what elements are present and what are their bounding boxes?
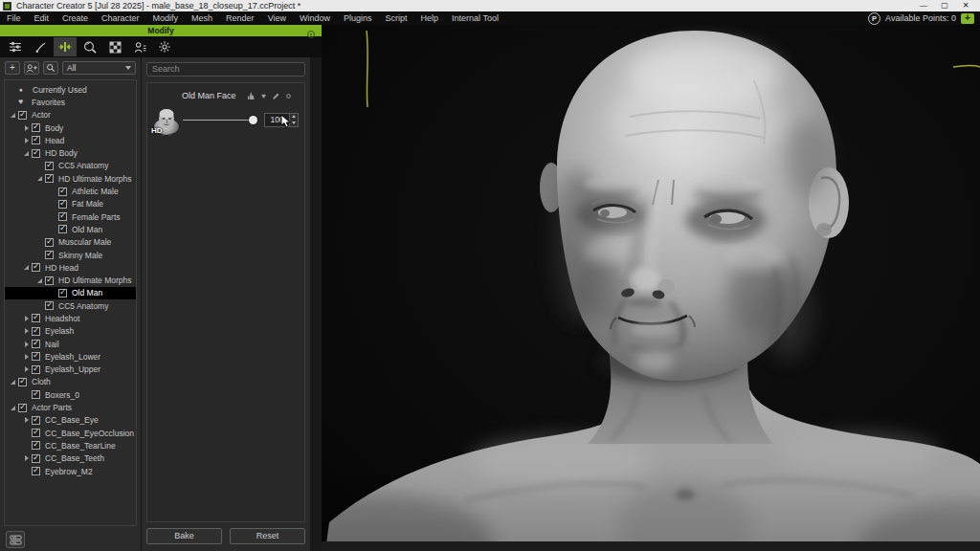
expand-arrow-icon[interactable]	[9, 111, 18, 120]
tree-item-actor-parts[interactable]: Actor Parts	[5, 401, 136, 413]
visibility-checkbox[interactable]	[58, 289, 67, 298]
tree-item-cc-base-eye[interactable]: CC_Base_Eye	[5, 414, 136, 427]
search-input[interactable]	[146, 62, 305, 77]
search-filter-icon[interactable]	[43, 61, 58, 75]
visibility-checkbox[interactable]	[32, 314, 40, 322]
adjust-sliders-icon[interactable]	[4, 37, 27, 56]
edit-pose-icon[interactable]	[29, 37, 52, 56]
menu-create[interactable]: Create	[56, 11, 95, 25]
edit-pencil-icon[interactable]	[272, 92, 280, 100]
visibility-checkbox[interactable]	[32, 454, 40, 463]
visibility-checkbox[interactable]	[32, 340, 40, 348]
tree-item-female-parts[interactable]: Female Parts	[5, 210, 136, 223]
tree-item-hd-ultimate-morphs[interactable]: HD Ultimate Morphs	[5, 274, 136, 286]
close-button[interactable]: ✕	[955, 0, 976, 11]
visibility-checkbox[interactable]	[45, 162, 54, 170]
tree-item-actor[interactable]: Actor	[5, 109, 136, 121]
expand-arrow-icon[interactable]	[22, 123, 32, 132]
maximize-button[interactable]: ▢	[934, 0, 955, 11]
modify-tab[interactable]: Modify	[0, 25, 322, 36]
visibility-checkbox[interactable]	[58, 212, 67, 221]
tree-item-hd-ultimate-morphs[interactable]: HD Ultimate Morphs	[5, 172, 136, 185]
menu-file[interactable]: File	[0, 11, 28, 25]
tree-item-favorites[interactable]: ♥Favorites	[5, 96, 136, 108]
bake-button[interactable]: Bake	[146, 528, 222, 544]
filter-dropdown[interactable]: All	[62, 61, 136, 75]
morph-slider-track[interactable]	[183, 113, 257, 126]
minimize-button[interactable]: —	[913, 0, 934, 11]
tree-item-eyelash[interactable]: Eyelash	[5, 325, 136, 338]
visibility-checkbox[interactable]	[32, 429, 40, 437]
tree-item-eyebrow-m2[interactable]: Eyebrow_M2	[5, 465, 136, 477]
panel-options-icon[interactable]	[306, 26, 316, 35]
expand-arrow-icon[interactable]	[9, 404, 18, 412]
tree-item-cc-base-eyeocclusion[interactable]: CC_Base_EyeOcclusion	[5, 427, 136, 439]
tree-item-eyelash-lower[interactable]: Eyelash_Lower	[5, 350, 136, 363]
expand-arrow-icon[interactable]	[22, 314, 32, 322]
expand-arrow-icon[interactable]	[22, 263, 32, 272]
add-character-icon[interactable]	[24, 61, 39, 75]
visibility-checkbox[interactable]	[58, 225, 67, 233]
visibility-checkbox[interactable]	[45, 238, 54, 247]
visibility-checkbox[interactable]	[32, 263, 40, 272]
expand-arrow-icon[interactable]	[22, 454, 32, 463]
tree-item-old-man[interactable]: Old Man	[5, 223, 136, 235]
visibility-checkbox[interactable]	[45, 301, 54, 310]
viewport-3d[interactable]	[322, 25, 980, 551]
favorite-heart-icon[interactable]: ♥	[259, 92, 268, 100]
menu-view[interactable]: View	[261, 11, 293, 25]
visibility-checkbox[interactable]	[32, 352, 40, 361]
tree-item-body[interactable]: Body	[5, 121, 136, 134]
menu-character[interactable]: Character	[95, 11, 146, 25]
expand-arrow-icon[interactable]	[22, 327, 32, 336]
menu-internal-tool[interactable]: Internal Tool	[445, 11, 505, 25]
add-points-button[interactable]: +	[961, 13, 974, 24]
tree-item-hd-body[interactable]: HD Body	[5, 146, 136, 159]
visibility-checkbox[interactable]	[32, 327, 40, 336]
tree-item-boxers-0[interactable]: Boxers_0	[5, 388, 136, 401]
add-item-button[interactable]: +	[5, 61, 20, 75]
expand-arrow-icon[interactable]	[22, 416, 32, 425]
tree-item-hd-head[interactable]: HD Head	[5, 261, 136, 274]
menu-edit[interactable]: Edit	[28, 11, 56, 25]
expand-arrow-icon[interactable]	[22, 149, 32, 158]
visibility-checkbox[interactable]	[32, 136, 40, 144]
character-info-icon[interactable]	[128, 37, 151, 56]
reset-button[interactable]: Reset	[230, 528, 305, 544]
menu-plugins[interactable]: Plugins	[337, 11, 379, 25]
tree-item-headshot[interactable]: Headshot	[5, 312, 136, 324]
tree-item-eyelash-upper[interactable]: Eyelash_Upper	[5, 364, 136, 376]
physics-icon[interactable]	[153, 37, 176, 56]
menu-mesh[interactable]: Mesh	[185, 11, 219, 25]
tree-item-old-man[interactable]: Old Man	[5, 287, 136, 299]
visibility-checkbox[interactable]	[32, 441, 40, 450]
morph-slider-knob[interactable]	[249, 116, 257, 124]
expand-arrow-icon[interactable]	[35, 174, 45, 183]
tree-item-skinny-male[interactable]: Skinny Male	[5, 249, 136, 261]
tree-item-athletic-male[interactable]: Athletic Male	[5, 185, 136, 197]
tree-item-nail[interactable]: Nail	[5, 338, 136, 350]
menu-script[interactable]: Script	[379, 11, 414, 25]
morph-value-input[interactable]	[264, 113, 290, 127]
tree-item-cc5-anatomy[interactable]: CC5 Anatomy	[5, 160, 136, 172]
visibility-checkbox[interactable]	[18, 378, 27, 386]
expand-arrow-icon[interactable]	[22, 365, 32, 374]
visibility-checkbox[interactable]	[32, 467, 40, 475]
spinner-down-icon[interactable]	[290, 120, 298, 126]
menu-modify[interactable]: Modify	[146, 11, 186, 25]
options-dot-icon[interactable]	[284, 92, 293, 100]
tree-item-head[interactable]: Head	[5, 134, 136, 146]
morph-icon[interactable]	[54, 37, 77, 56]
tree-item-cc-base-teeth[interactable]: CC_Base_Teeth	[5, 452, 136, 465]
visibility-checkbox[interactable]	[18, 404, 27, 412]
expand-arrow-icon[interactable]	[22, 352, 32, 361]
visibility-checkbox[interactable]	[45, 276, 54, 285]
expand-arrow-icon[interactable]	[22, 340, 32, 348]
visibility-checkbox[interactable]	[32, 149, 40, 158]
visibility-checkbox[interactable]	[32, 390, 40, 399]
material-icon[interactable]	[78, 37, 101, 56]
visibility-checkbox[interactable]	[32, 123, 40, 132]
visibility-checkbox[interactable]	[58, 200, 67, 209]
tree-item-fat-male[interactable]: Fat Male	[5, 198, 136, 210]
expand-arrow-icon[interactable]	[22, 136, 32, 144]
